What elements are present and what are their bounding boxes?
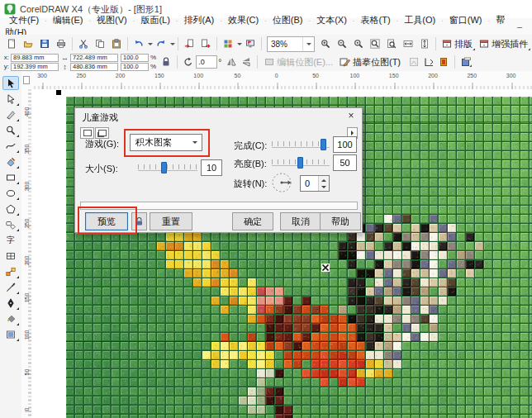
brightness-slider[interactable] [272, 156, 330, 168]
welcome-screen-button[interactable] [242, 36, 259, 51]
open-button[interactable] [20, 36, 36, 51]
spin-down-icon[interactable] [319, 183, 329, 191]
object-x-field[interactable]: 89.883 mm [11, 54, 59, 62]
copy-button[interactable] [92, 36, 108, 51]
toolbox-eyedropper-tool[interactable] [2, 280, 19, 294]
scale-x-field[interactable]: 100.0 [121, 54, 149, 62]
menu-edit[interactable]: 编辑(E) [49, 13, 88, 26]
brightness-value-field[interactable]: 50 [333, 154, 357, 171]
save-button[interactable] [36, 36, 53, 51]
property-bar: x: 89.883 mm y: 192.399 mm ↔ 722.489 mm … [0, 53, 532, 72]
toolbox-interactive-fill-tool[interactable] [2, 327, 19, 341]
toolbox-zoom-tool[interactable] [2, 123, 19, 137]
print-button[interactable] [53, 36, 69, 51]
menu-view[interactable]: 视图(V) [93, 13, 131, 26]
app-launcher-button-dropdown[interactable] [236, 36, 242, 51]
zoom-in-button[interactable] [317, 36, 334, 51]
undo-button-dropdown[interactable] [147, 36, 153, 51]
export-button[interactable] [197, 36, 214, 51]
dialog-title: 儿童游戏 [82, 112, 118, 124]
menu-file[interactable]: 文件(F) [5, 13, 43, 26]
zoom-page-height-button[interactable] [416, 36, 433, 51]
selection-handle[interactable] [56, 90, 61, 95]
menu-arrange[interactable]: 排列(A) [180, 13, 219, 26]
mirror-vertical-button[interactable] [239, 55, 254, 69]
app-launcher-button[interactable] [220, 36, 236, 51]
rotation-dial[interactable] [270, 171, 293, 194]
zoom-level-value: 38% [271, 40, 287, 49]
cancel-button[interactable]: 取消 [280, 212, 321, 230]
preview-lock-button[interactable] [131, 212, 147, 230]
import-button[interactable] [181, 36, 197, 51]
toolbox-ellipse-tool[interactable] [2, 186, 19, 200]
menu-table[interactable]: 表格(T) [357, 13, 395, 26]
dialog-title-bar[interactable]: 儿童游戏 × [75, 108, 362, 125]
toolbox-basic-shapes-tool[interactable] [2, 217, 19, 231]
game-select[interactable]: 积木图案 [130, 134, 202, 151]
toolbox-fill-tool[interactable] [2, 311, 19, 325]
document-minimize-button[interactable]: – [507, 21, 532, 31]
help-button[interactable]: 帮助 [320, 212, 361, 230]
hruler-label: 150 [389, 73, 399, 78]
toolbox-text-tool[interactable]: 字 [2, 233, 19, 247]
flyout-indicator [17, 229, 19, 231]
zoom-all-objects-button[interactable] [367, 36, 383, 51]
menu-tools[interactable]: 工具(O) [400, 13, 439, 26]
horizontal-ruler[interactable]: 30025020015010050050100150200250300350 [31, 71, 532, 90]
chevron-down-icon[interactable] [302, 37, 314, 51]
flyout-indicator [17, 119, 19, 121]
toolbox-table-tool[interactable] [2, 249, 19, 263]
cut-button[interactable] [75, 36, 92, 51]
complete-slider[interactable] [272, 138, 330, 150]
typeset-button[interactable]: 排版 [439, 36, 476, 51]
toolbox-rectangle-tool[interactable] [2, 170, 19, 184]
lock-ratio-button[interactable] [159, 55, 173, 69]
redo-button-dropdown[interactable] [169, 36, 175, 51]
undo-button[interactable] [131, 36, 147, 51]
zoom-page-width-button[interactable] [400, 36, 416, 51]
menu-text[interactable]: 文本(X) [312, 13, 351, 26]
rotation-spinner[interactable]: 0 [300, 175, 330, 192]
object-width-field[interactable]: 722.489 mm [70, 54, 118, 62]
zoom-out-button[interactable] [334, 36, 350, 51]
complete-value-field[interactable]: 100 [333, 136, 357, 153]
preview-button[interactable]: 预览 [85, 212, 128, 230]
close-icon[interactable]: × [345, 110, 357, 121]
rotation-angle-field[interactable]: .0 [196, 55, 217, 69]
ok-button[interactable]: 确定 [232, 212, 273, 230]
paste-button[interactable] [108, 36, 125, 51]
menu-effects[interactable]: 效果(C) [224, 13, 263, 26]
toolbox-pick-tool[interactable] [2, 76, 19, 90]
redo-button[interactable] [153, 36, 169, 51]
image-adjustment-button[interactable] [458, 55, 473, 69]
plugin-button[interactable]: 增强插件 [476, 36, 531, 51]
mirror-horizontal-button[interactable] [224, 55, 239, 69]
menu-bitmaps[interactable]: 位图(B) [268, 13, 307, 26]
zoom-selected-button[interactable] [350, 36, 367, 51]
toolbox-interactive-blend-tool[interactable] [2, 264, 19, 278]
reset-button[interactable]: 重置 [150, 212, 192, 230]
bitmap-color-mask-button[interactable] [436, 55, 451, 69]
size-value-field[interactable]: 10 [201, 159, 222, 176]
flyout-indicator [17, 276, 19, 278]
toolbox-shape-tool[interactable] [2, 92, 19, 106]
scale-y-field[interactable]: 100.0 [121, 63, 149, 71]
toolbox-outline-pen-tool[interactable] [2, 296, 19, 310]
toolbox-polygon-tool[interactable] [2, 202, 19, 216]
dual-preview-toggle-button[interactable] [95, 127, 109, 139]
object-y-field[interactable]: 192.399 mm [11, 63, 59, 71]
zoom-level-combo[interactable]: 38% [267, 36, 315, 52]
single-preview-toggle-button[interactable] [80, 127, 94, 139]
trace-bitmap-button[interactable]: 描摹位图(T) [336, 55, 406, 69]
size-slider[interactable] [138, 161, 197, 173]
object-height-field[interactable]: 480.836 mm [70, 63, 118, 71]
new-document-button[interactable] [3, 36, 20, 51]
zoom-page-button[interactable] [383, 36, 400, 51]
toolbox-crop-tool[interactable] [2, 107, 19, 121]
spin-up-icon[interactable] [319, 176, 329, 183]
menu-window[interactable]: 窗口(W) [445, 13, 487, 26]
menu-layout[interactable]: 版面(L) [136, 13, 173, 26]
crop-bitmap-button[interactable] [421, 55, 436, 69]
toolbox-freehand-tool[interactable] [2, 139, 19, 153]
toolbox-smart-fill-tool[interactable] [2, 154, 19, 169]
